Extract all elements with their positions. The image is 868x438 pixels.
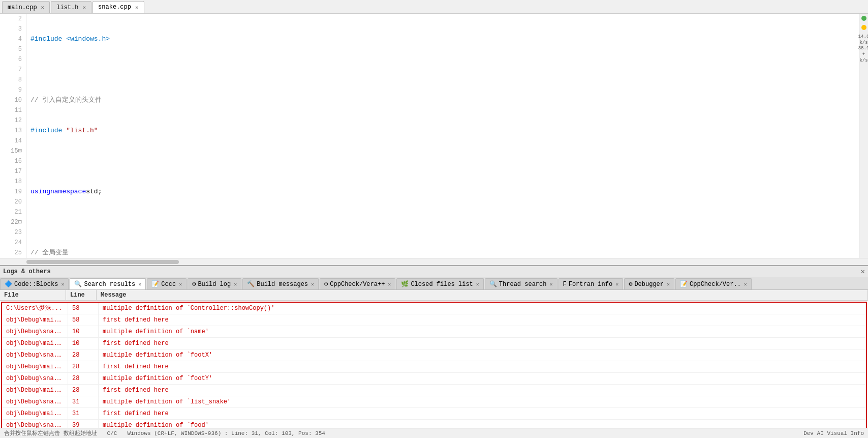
result-row-2[interactable]: obj\Debug\sna... 10 multiple definition … [2, 326, 866, 338]
tab-list-h-label: list.h [56, 4, 78, 11]
bottom-tab-fortran[interactable]: F Fortran info ✕ [559, 278, 624, 289]
results-area[interactable]: File Line Message C:\Users\梦涞... 58 mult… [0, 290, 868, 428]
ln-3: 3 [4, 24, 22, 34]
cppcheck2-label: CppCheck/Ver.. [690, 281, 741, 288]
ln-15[interactable]: 15⊟ [4, 146, 22, 156]
result-msg-1: first defined here [99, 314, 866, 326]
code-line-3 [30, 65, 855, 75]
search-results-label: Search results [84, 281, 135, 288]
result-line-8: 31 [68, 396, 99, 407]
result-row-5[interactable]: obj\Debug\mai... 28 first defined here [2, 361, 866, 373]
thread-search-close[interactable]: ✕ [549, 281, 552, 287]
bottom-tab-debugger[interactable]: ⚙ Debugger ✕ [624, 278, 674, 289]
codeblocks-icon: 🔷 [5, 280, 12, 288]
result-row-0[interactable]: C:\Users\梦涞... 58 multiple definition of… [2, 303, 866, 314]
ln-7: 7 [4, 65, 22, 75]
build-messages-close[interactable]: ✕ [311, 281, 314, 287]
tab-list-h[interactable]: list.h ✕ [51, 1, 91, 13]
ln-14: 14 [4, 136, 22, 146]
result-file-3: obj\Debug\mai... [2, 338, 68, 349]
scroll-dot-yellow[interactable] [861, 25, 866, 30]
result-line-6: 28 [68, 373, 99, 384]
ln-19: 19 [4, 187, 22, 197]
codeblocks-label: Code::Blocks [14, 281, 58, 288]
cppcheck-close[interactable]: ✕ [388, 281, 391, 287]
bottom-tab-build-log[interactable]: ⚙ Build log ✕ [188, 278, 241, 289]
closed-files-close[interactable]: ✕ [476, 281, 479, 287]
code-line-5: #include "list.h" [30, 126, 855, 136]
result-line-3: 10 [68, 338, 99, 349]
cppcheck2-close[interactable]: ✕ [744, 281, 747, 287]
cccc-close[interactable]: ✕ [179, 281, 182, 287]
result-line-5: 28 [68, 361, 99, 372]
build-log-close[interactable]: ✕ [234, 281, 237, 287]
bottom-tab-codeblocks[interactable]: 🔷 Code::Blocks ✕ [0, 278, 69, 289]
build-messages-label: Build messages [257, 281, 308, 288]
tab-snake-cpp-close[interactable]: ✕ [135, 4, 139, 11]
speed-down: 14.8 [858, 34, 868, 40]
horizontal-scrollbar[interactable] [0, 258, 868, 265]
status-middle: C/C [107, 430, 117, 436]
code-line-6 [30, 156, 855, 166]
build-log-icon: ⚙ [192, 280, 196, 288]
result-row-10[interactable]: obj\Debug\sna... 39 multiple definition … [2, 420, 866, 428]
bottom-tab-closed-files[interactable]: 🌿 Closed files list ✕ [396, 278, 483, 289]
tab-list-h-close[interactable]: ✕ [82, 4, 86, 11]
status-os: Windows (CR+LF, WINDOWS-936) : Line: 31,… [127, 430, 325, 436]
fortran-close[interactable]: ✕ [615, 281, 618, 287]
col-header-line: Line [66, 290, 97, 300]
result-file-1: obj\Debug\mai... [2, 314, 68, 326]
result-row-7[interactable]: obj\Debug\mai... 28 first defined here [2, 385, 866, 396]
result-file-2: obj\Debug\sna... [2, 326, 68, 337]
tab-snake-cpp[interactable]: snake.cpp ✕ [92, 1, 144, 13]
result-row-9[interactable]: obj\Debug\mai... 31 first defined here [2, 408, 866, 420]
result-msg-7: first defined here [99, 385, 866, 396]
speed-indicator: 14.8 k/s 38.9 + k/s [858, 34, 868, 64]
ln-9: 9 [4, 85, 22, 95]
tab-main-cpp-close[interactable]: ✕ [41, 4, 45, 11]
ln-8: 8 [4, 75, 22, 85]
result-file-0: C:\Users\梦涞... [2, 303, 68, 314]
status-bar: 合并按住鼠标左键点击 数组起始地址 C/C Windows (CR+LF, WI… [0, 428, 868, 438]
result-msg-0: multiple definition of `Controller::show… [99, 303, 866, 314]
bottom-tab-cppcheck[interactable]: ⚙ CppCheck/Vera++ ✕ [320, 278, 395, 289]
bottom-tab-cppcheck2[interactable]: 📝 CppCheck/Ver.. ✕ [675, 278, 752, 289]
result-file-7: obj\Debug\mai... [2, 385, 68, 396]
result-row-4[interactable]: obj\Debug\sna... 28 multiple definition … [2, 349, 866, 361]
search-results-close[interactable]: ✕ [138, 281, 141, 287]
editor-right-bar: 14.8 k/s 38.9 + k/s [859, 14, 868, 258]
result-file-5: obj\Debug\mai... [2, 361, 68, 372]
bottom-tab-search-results[interactable]: 🔍 Search results ✕ [70, 278, 146, 289]
codeblocks-close[interactable]: ✕ [61, 281, 64, 287]
closed-files-label: Closed files list [411, 281, 473, 288]
bottom-tab-build-messages[interactable]: 🔨 Build messages ✕ [242, 278, 319, 289]
bottom-tab-thread-search[interactable]: 🔍 Thread search ✕ [485, 278, 557, 289]
code-editor[interactable]: #include <windows.h> // 引入自定义的头文件 #inclu… [26, 14, 859, 258]
result-line-10: 39 [68, 420, 99, 428]
result-line-2: 10 [68, 326, 99, 337]
error-block: C:\Users\梦涞... 58 multiple definition of… [1, 302, 867, 428]
result-row-6[interactable]: obj\Debug\sna... 28 multiple definition … [2, 373, 866, 385]
bottom-panel-close[interactable]: ✕ [861, 267, 865, 276]
ln-20: 20 [4, 197, 22, 207]
ln-18: 18 [4, 177, 22, 187]
result-row-1[interactable]: obj\Debug\mai... 58 first defined here [2, 314, 866, 326]
ln-5: 5 [4, 44, 22, 54]
cppcheck-label: CppCheck/Vera++ [330, 281, 385, 288]
ln-22[interactable]: 22⊟ [4, 217, 22, 227]
h-scroll-thumb[interactable] [26, 260, 179, 264]
result-row-8[interactable]: obj\Debug\sna... 31 multiple definition … [2, 396, 866, 408]
bottom-tab-cccc[interactable]: 📝 Cccc ✕ [147, 278, 187, 289]
ln-4: 4 [4, 34, 22, 44]
result-row-3[interactable]: obj\Debug\mai... 10 first defined here [2, 338, 866, 349]
scroll-dot-green[interactable] [861, 16, 866, 21]
result-file-8: obj\Debug\sna... [2, 396, 68, 407]
code-line-7: using namespace std; [30, 187, 855, 197]
debugger-close[interactable]: ✕ [667, 281, 670, 287]
cppcheck-icon: ⚙ [324, 280, 328, 288]
closed-files-icon: 🌿 [401, 280, 409, 288]
cccc-label: Cccc [161, 281, 176, 288]
results-header: File Line Message [0, 290, 868, 301]
tab-main-cpp[interactable]: main.cpp ✕ [2, 1, 50, 13]
cccc-icon: 📝 [151, 280, 159, 288]
